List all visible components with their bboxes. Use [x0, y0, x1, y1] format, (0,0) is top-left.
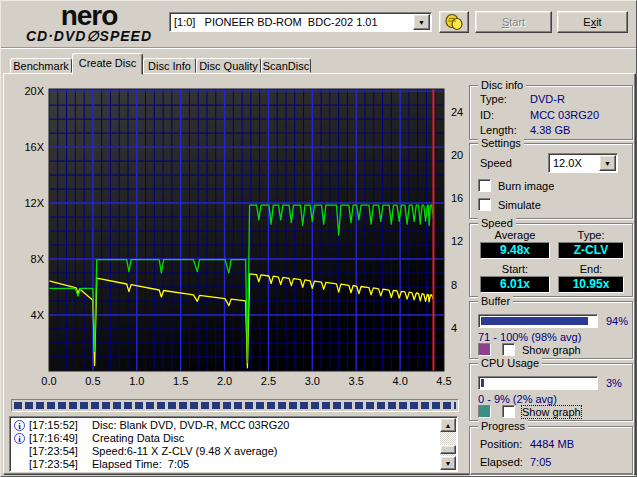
start-speed-display: 6.01x — [480, 276, 550, 293]
cpu-show-graph-label: Show graph — [522, 406, 581, 418]
svg-text:2.5: 2.5 — [261, 375, 276, 387]
end-speed-label: End: — [558, 263, 624, 275]
info-icon: i — [14, 420, 25, 431]
buffer-range: 71 - 100% (98% avg) — [478, 331, 581, 343]
log-row: [17:23:54] Speed:6-11 X Z-CLV (9.48 X av… — [10, 445, 430, 458]
exit-button[interactable]: Exit — [557, 11, 628, 33]
svg-text:16: 16 — [451, 192, 463, 204]
start-label-post: tart — [509, 16, 525, 28]
average-speed-label: Average — [480, 229, 550, 241]
drive-selector-dropdown-button[interactable]: ▼ — [413, 14, 430, 30]
speed-select-label: Speed — [480, 157, 512, 169]
svg-text:2.0: 2.0 — [217, 375, 232, 387]
cpu-usage-bar — [478, 376, 598, 390]
speed-select-combobox[interactable]: 12.0X ▼ — [548, 153, 618, 173]
start-speed-label: Start: — [480, 263, 550, 275]
scroll-down-button[interactable]: ▼ — [440, 456, 456, 470]
elapsed-value: 7:05 — [530, 456, 551, 468]
position-label: Position: — [480, 438, 522, 450]
speed-group: Speed Average Type: 9.48x Z-CLV Start: E… — [469, 223, 633, 297]
cpu-usage-group: CPU Usage 3% 0 - 9% (2% avg) Show graph — [469, 363, 633, 421]
log-timestamp: [17:23:54] — [29, 458, 78, 470]
log-row: [17:23:54] Elapsed Time: 7:05 — [10, 458, 430, 471]
burn-image-label: Burn image — [498, 180, 554, 192]
buffer-level-fill — [481, 317, 588, 325]
tools-button[interactable] — [439, 11, 469, 33]
nero-cd-dvd-speed-window: nero CD·DVD∅SPEED [1:0] PIONEER BD-ROM B… — [0, 0, 637, 477]
svg-text:3.5: 3.5 — [349, 375, 364, 387]
nero-logo: nero CD·DVD∅SPEED — [9, 3, 169, 44]
log-timestamp: [17:16:49] — [29, 432, 78, 444]
end-speed-display: 10.95x — [558, 276, 624, 293]
average-speed-display: 9.48x — [480, 242, 550, 259]
simulate-label: Simulate — [498, 199, 541, 211]
progress-title: Progress — [478, 420, 528, 432]
svg-text:12X: 12X — [24, 197, 44, 209]
disc-id-label: ID: — [480, 109, 494, 121]
status-log: i [17:15:52] Disc: Blank DVD, DVD-R, MCC… — [9, 416, 458, 472]
write-progress-bar — [11, 399, 459, 412]
scroll-up-icon: ▲ — [445, 422, 452, 429]
tab-disc-info[interactable]: Disc Info — [143, 58, 196, 73]
disc-length-label: Length: — [480, 124, 517, 136]
tab-benchmark[interactable]: Benchmark — [10, 58, 72, 73]
buffer-level-bar — [478, 314, 598, 328]
log-scrollbar[interactable]: ▲ ▼ — [440, 418, 456, 470]
buffer-show-graph-checkbox[interactable] — [502, 343, 515, 356]
cpu-range: 0 - 9% (2% avg) — [478, 393, 557, 405]
tab-create-disc[interactable]: Create Disc — [72, 53, 143, 75]
log-message: Creating Data Disc — [92, 432, 184, 444]
svg-text:16X: 16X — [24, 141, 44, 153]
svg-text:8X: 8X — [31, 253, 45, 265]
start-button[interactable]: Start — [475, 11, 552, 33]
simulate-checkbox[interactable] — [478, 198, 491, 211]
log-message: Disc: Blank DVD, DVD-R, MCC 03RG20 — [92, 419, 289, 431]
speed-type-label: Type: — [558, 229, 624, 241]
disc-type-label: Type: — [480, 93, 507, 105]
exit-label-pre: E — [583, 16, 590, 28]
drive-selector-combobox[interactable]: [1:0] PIONEER BD-ROM BDC-202 1.01 ▼ — [169, 12, 432, 32]
svg-text:0.5: 0.5 — [85, 375, 100, 387]
speed-select-value: 12.0X — [553, 156, 597, 171]
tab-scandisc[interactable]: ScanDisc — [261, 58, 311, 73]
progress-group: Progress Position: 4484 MB Elapsed: 7:05 — [469, 426, 633, 475]
cpu-usage-title: CPU Usage — [478, 357, 542, 369]
buffer-show-graph-label: Show graph — [522, 344, 581, 356]
speed-group-title: Speed — [478, 217, 516, 229]
svg-text:4.5: 4.5 — [436, 375, 451, 387]
disc-info-group: Disc info Type: DVD-R ID: MCC 03RG20 Len… — [469, 85, 633, 140]
disc-id-value: MCC 03RG20 — [530, 109, 599, 121]
log-row: i [17:15:52] Disc: Blank DVD, DVD-R, MCC… — [10, 419, 430, 432]
tab-disc-quality[interactable]: Disc Quality — [196, 58, 261, 73]
log-row: i [17:16:49] Creating Data Disc — [10, 432, 430, 445]
nero-logo-text: nero — [9, 3, 169, 29]
elapsed-label: Elapsed: — [480, 456, 523, 468]
scrollbar-thumb[interactable] — [440, 445, 456, 454]
cpu-percent: 3% — [606, 377, 622, 389]
svg-text:4X: 4X — [31, 309, 45, 321]
svg-text:12: 12 — [451, 235, 463, 247]
log-timestamp: [17:23:54] — [29, 445, 78, 457]
svg-text:1.0: 1.0 — [129, 375, 144, 387]
log-message: Speed:6-11 X Z-CLV (9.48 X average) — [92, 445, 277, 457]
position-value: 4484 MB — [530, 438, 574, 450]
speed-select-dropdown-button[interactable]: ▼ — [599, 155, 616, 171]
buffer-group: Buffer 94% 71 - 100% (98% avg) Show grap… — [469, 301, 633, 359]
svg-text:0.0: 0.0 — [41, 375, 56, 387]
svg-text:4.0: 4.0 — [392, 375, 407, 387]
speed-chart: 4X8X12X16X20X48121620240.00.51.01.52.02.… — [5, 77, 467, 399]
header-divider — [1, 47, 637, 49]
hands-icon — [444, 13, 464, 31]
log-timestamp: [17:15:52] — [29, 419, 78, 431]
log-message: Elapsed Time: 7:05 — [92, 458, 189, 470]
buffer-percent: 94% — [606, 315, 628, 327]
disc-length-value: 4.38 GB — [530, 124, 570, 136]
settings-group: Settings Speed 12.0X ▼ Burn image Simula… — [469, 143, 633, 219]
disc-info-title: Disc info — [478, 79, 526, 91]
scroll-up-button[interactable]: ▲ — [440, 418, 456, 432]
cpu-usage-fill — [481, 379, 484, 387]
settings-title: Settings — [478, 137, 524, 149]
burn-image-checkbox[interactable] — [478, 179, 491, 192]
cpu-show-graph-checkbox[interactable] — [502, 405, 515, 418]
scroll-down-icon: ▼ — [445, 460, 452, 467]
